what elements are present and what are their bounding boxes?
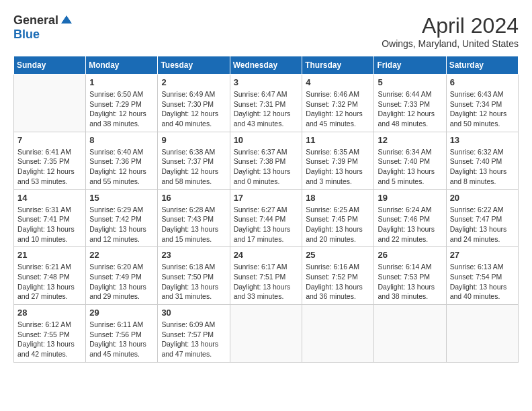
calendar-cell: 20Sunrise: 6:22 AM Sunset: 7:47 PM Dayli… <box>446 189 518 247</box>
day-info: Sunrise: 6:31 AM Sunset: 7:41 PM Dayligh… <box>17 205 82 244</box>
calendar-cell <box>446 305 518 363</box>
day-number: 29 <box>89 308 154 318</box>
day-info: Sunrise: 6:44 AM Sunset: 7:33 PM Dayligh… <box>378 89 442 129</box>
day-number: 17 <box>234 193 299 203</box>
week-row-2: 7Sunrise: 6:41 AM Sunset: 7:35 PM Daylig… <box>14 132 519 189</box>
column-header-thursday: Thursday <box>302 56 374 75</box>
logo-blue-text: Blue <box>13 28 40 42</box>
calendar-cell <box>230 305 302 363</box>
svg-marker-0 <box>61 15 72 24</box>
day-info: Sunrise: 6:24 AM Sunset: 7:46 PM Dayligh… <box>378 205 442 244</box>
day-info: Sunrise: 6:29 AM Sunset: 7:42 PM Dayligh… <box>89 205 154 244</box>
calendar-cell: 4Sunrise: 6:46 AM Sunset: 7:32 PM Daylig… <box>302 75 374 132</box>
day-number: 20 <box>450 193 515 203</box>
day-info: Sunrise: 6:34 AM Sunset: 7:40 PM Dayligh… <box>378 147 442 187</box>
day-number: 9 <box>161 135 226 145</box>
day-info: Sunrise: 6:13 AM Sunset: 7:54 PM Dayligh… <box>450 262 515 302</box>
day-number: 16 <box>161 193 226 203</box>
page-header: General Blue April 2024 Owings, Maryland… <box>13 13 519 49</box>
day-number: 14 <box>17 193 82 203</box>
logo-icon <box>60 14 73 28</box>
calendar-cell: 13Sunrise: 6:32 AM Sunset: 7:40 PM Dayli… <box>446 132 518 189</box>
calendar-cell: 25Sunrise: 6:16 AM Sunset: 7:52 PM Dayli… <box>302 247 374 305</box>
week-row-1: 1Sunrise: 6:50 AM Sunset: 7:29 PM Daylig… <box>14 75 519 132</box>
column-header-wednesday: Wednesday <box>230 56 302 75</box>
day-number: 4 <box>306 77 370 87</box>
day-info: Sunrise: 6:17 AM Sunset: 7:51 PM Dayligh… <box>234 262 299 302</box>
day-number: 23 <box>161 250 226 260</box>
day-number: 27 <box>450 250 515 260</box>
calendar-cell: 10Sunrise: 6:37 AM Sunset: 7:38 PM Dayli… <box>230 132 302 189</box>
day-info: Sunrise: 6:41 AM Sunset: 7:35 PM Dayligh… <box>17 147 82 187</box>
day-number: 10 <box>234 135 299 145</box>
day-info: Sunrise: 6:50 AM Sunset: 7:29 PM Dayligh… <box>89 89 154 129</box>
calendar-cell <box>374 305 446 363</box>
logo-general-text: General <box>13 13 58 28</box>
calendar-cell: 9Sunrise: 6:38 AM Sunset: 7:37 PM Daylig… <box>158 132 230 189</box>
day-info: Sunrise: 6:25 AM Sunset: 7:45 PM Dayligh… <box>306 205 370 244</box>
calendar-cell <box>302 305 374 363</box>
calendar-cell: 30Sunrise: 6:09 AM Sunset: 7:57 PM Dayli… <box>158 305 230 363</box>
day-number: 21 <box>17 250 82 260</box>
day-number: 5 <box>378 77 442 87</box>
logo: General Blue <box>13 13 73 42</box>
day-number: 30 <box>161 308 226 318</box>
day-info: Sunrise: 6:18 AM Sunset: 7:50 PM Dayligh… <box>161 262 226 302</box>
column-header-monday: Monday <box>86 56 158 75</box>
calendar-table: SundayMondayTuesdayWednesdayThursdayFrid… <box>13 56 519 363</box>
title-section: April 2024 Owings, Maryland, United Stat… <box>382 13 519 49</box>
day-number: 24 <box>234 250 299 260</box>
day-info: Sunrise: 6:14 AM Sunset: 7:53 PM Dayligh… <box>378 262 442 302</box>
calendar-cell: 23Sunrise: 6:18 AM Sunset: 7:50 PM Dayli… <box>158 247 230 305</box>
calendar-cell: 2Sunrise: 6:49 AM Sunset: 7:30 PM Daylig… <box>158 75 230 132</box>
day-info: Sunrise: 6:43 AM Sunset: 7:34 PM Dayligh… <box>450 89 515 129</box>
calendar-cell: 6Sunrise: 6:43 AM Sunset: 7:34 PM Daylig… <box>446 75 518 132</box>
day-number: 8 <box>89 135 154 145</box>
calendar-cell: 7Sunrise: 6:41 AM Sunset: 7:35 PM Daylig… <box>14 132 86 189</box>
day-info: Sunrise: 6:21 AM Sunset: 7:48 PM Dayligh… <box>17 262 82 302</box>
day-info: Sunrise: 6:20 AM Sunset: 7:49 PM Dayligh… <box>89 262 154 302</box>
day-info: Sunrise: 6:35 AM Sunset: 7:39 PM Dayligh… <box>306 147 370 187</box>
calendar-cell: 16Sunrise: 6:28 AM Sunset: 7:43 PM Dayli… <box>158 189 230 247</box>
day-number: 26 <box>378 250 442 260</box>
calendar-cell: 27Sunrise: 6:13 AM Sunset: 7:54 PM Dayli… <box>446 247 518 305</box>
day-number: 11 <box>306 135 370 145</box>
day-info: Sunrise: 6:37 AM Sunset: 7:38 PM Dayligh… <box>234 147 299 187</box>
calendar-cell: 21Sunrise: 6:21 AM Sunset: 7:48 PM Dayli… <box>14 247 86 305</box>
day-info: Sunrise: 6:32 AM Sunset: 7:40 PM Dayligh… <box>450 147 515 187</box>
day-number: 13 <box>450 135 515 145</box>
day-number: 1 <box>89 77 154 87</box>
week-row-4: 21Sunrise: 6:21 AM Sunset: 7:48 PM Dayli… <box>14 247 519 305</box>
calendar-cell: 29Sunrise: 6:11 AM Sunset: 7:56 PM Dayli… <box>86 305 158 363</box>
week-row-3: 14Sunrise: 6:31 AM Sunset: 7:41 PM Dayli… <box>14 189 519 247</box>
calendar-cell: 14Sunrise: 6:31 AM Sunset: 7:41 PM Dayli… <box>14 189 86 247</box>
day-number: 2 <box>161 77 226 87</box>
day-info: Sunrise: 6:11 AM Sunset: 7:56 PM Dayligh… <box>89 320 154 359</box>
calendar-cell: 8Sunrise: 6:40 AM Sunset: 7:36 PM Daylig… <box>86 132 158 189</box>
calendar-header-row: SundayMondayTuesdayWednesdayThursdayFrid… <box>14 56 519 75</box>
column-header-sunday: Sunday <box>14 56 86 75</box>
day-number: 12 <box>378 135 442 145</box>
day-info: Sunrise: 6:46 AM Sunset: 7:32 PM Dayligh… <box>306 89 370 129</box>
calendar-cell: 11Sunrise: 6:35 AM Sunset: 7:39 PM Dayli… <box>302 132 374 189</box>
calendar-cell <box>14 75 86 132</box>
calendar-cell: 24Sunrise: 6:17 AM Sunset: 7:51 PM Dayli… <box>230 247 302 305</box>
calendar-cell: 17Sunrise: 6:27 AM Sunset: 7:44 PM Dayli… <box>230 189 302 247</box>
day-number: 18 <box>306 193 370 203</box>
day-number: 3 <box>234 77 299 87</box>
month-title: April 2024 <box>382 13 519 38</box>
calendar-cell: 19Sunrise: 6:24 AM Sunset: 7:46 PM Dayli… <box>374 189 446 247</box>
calendar-cell: 22Sunrise: 6:20 AM Sunset: 7:49 PM Dayli… <box>86 247 158 305</box>
day-info: Sunrise: 6:12 AM Sunset: 7:55 PM Dayligh… <box>17 320 82 359</box>
day-info: Sunrise: 6:22 AM Sunset: 7:47 PM Dayligh… <box>450 205 515 244</box>
calendar-cell: 1Sunrise: 6:50 AM Sunset: 7:29 PM Daylig… <box>86 75 158 132</box>
day-number: 28 <box>17 308 82 318</box>
calendar-cell: 18Sunrise: 6:25 AM Sunset: 7:45 PM Dayli… <box>302 189 374 247</box>
week-row-5: 28Sunrise: 6:12 AM Sunset: 7:55 PM Dayli… <box>14 305 519 363</box>
day-number: 6 <box>450 77 515 87</box>
day-number: 19 <box>378 193 442 203</box>
calendar-cell: 26Sunrise: 6:14 AM Sunset: 7:53 PM Dayli… <box>374 247 446 305</box>
calendar-cell: 15Sunrise: 6:29 AM Sunset: 7:42 PM Dayli… <box>86 189 158 247</box>
calendar-cell: 12Sunrise: 6:34 AM Sunset: 7:40 PM Dayli… <box>374 132 446 189</box>
calendar-cell: 3Sunrise: 6:47 AM Sunset: 7:31 PM Daylig… <box>230 75 302 132</box>
